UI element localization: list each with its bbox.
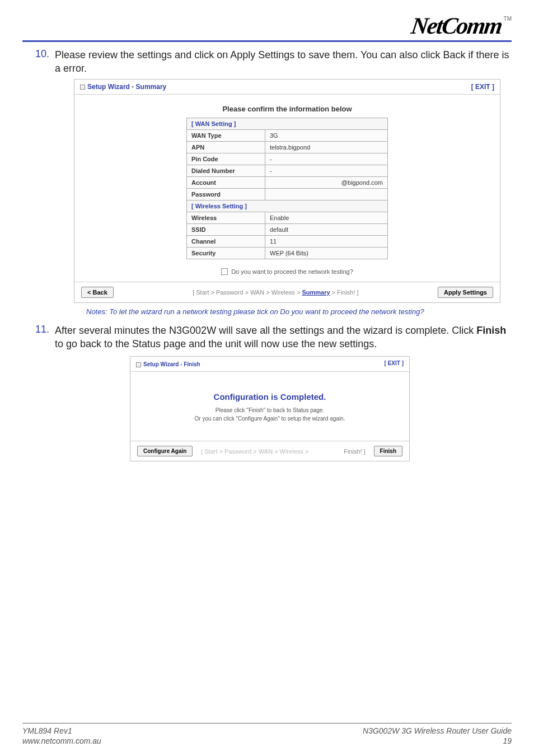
- page-number: 19: [363, 736, 512, 746]
- step-text: After several minutes the N3G002W will s…: [55, 324, 512, 351]
- apply-settings-button[interactable]: Apply Settings: [438, 287, 493, 298]
- website-url: www.netcomm.com.au: [22, 736, 101, 746]
- confirm-heading: Please confirm the information below: [74, 105, 500, 113]
- table-row: SSIDdefault: [187, 223, 388, 235]
- wireless-section-header: [ Wireless Setting ]: [187, 200, 388, 212]
- panel-title: Setup Wizard - Finish: [136, 360, 200, 368]
- table-row: Channel11: [187, 235, 388, 247]
- footer-right: N3G002W 3G Wireless Router User Guide 19: [363, 726, 512, 746]
- step-number: 10.: [35, 48, 49, 76]
- config-line2: Or you can click "Configure Again" to se…: [144, 416, 396, 422]
- table-row: Account@bigpond.com: [187, 176, 388, 188]
- window-icon: [80, 85, 85, 90]
- breadcrumb: [ Start > Password > WAN > Wireless > Fi…: [201, 448, 366, 455]
- step-10: 10. Please review the settings and click…: [35, 48, 512, 76]
- finish-panel: Setup Wizard - Finish [ EXIT ] Configura…: [130, 356, 410, 461]
- table-row: Pin Code-: [187, 153, 388, 165]
- exit-link[interactable]: [ EXIT ]: [471, 83, 494, 91]
- table-row: WAN Type3G: [187, 129, 388, 141]
- table-row: SecurityWEP (64 Bits): [187, 247, 388, 259]
- header-divider: [22, 40, 512, 42]
- note-text: Notes: To let the wizard run a network t…: [86, 307, 512, 316]
- panel-header: Setup Wizard - Summary [ EXIT ]: [74, 80, 500, 95]
- config-line1: Please click "Finish" to back to Status …: [144, 407, 396, 413]
- step-number: 11.: [35, 324, 49, 351]
- checkbox-label: Do you want to proceed the network testi…: [231, 268, 353, 275]
- footer-left: YML894 Rev1 www.netcomm.com.au: [22, 726, 101, 746]
- step-text: Please review the settings and click on …: [55, 48, 512, 76]
- wan-section-header: [ WAN Setting ]: [187, 118, 388, 129]
- config-complete-heading: Configuration is Completed.: [144, 392, 396, 402]
- panel-header: Setup Wizard - Finish [ EXIT ]: [130, 357, 409, 372]
- settings-table: [ WAN Setting ] WAN Type3G APNtelstra.bi…: [186, 118, 388, 259]
- brand-logo: NetComm TM: [411, 12, 512, 39]
- panel-footer: Configure Again [ Start > Password > WAN…: [130, 441, 409, 461]
- configure-again-button[interactable]: Configure Again: [137, 446, 193, 456]
- network-testing-checkbox-row: Do you want to proceed the network testi…: [74, 268, 500, 275]
- table-row: APNtelstra.bigpond: [187, 141, 388, 153]
- footer-divider: [22, 723, 512, 724]
- panel-title: Setup Wizard - Summary: [80, 83, 166, 91]
- guide-title: N3G002W 3G Wireless Router User Guide: [363, 726, 512, 736]
- back-button[interactable]: < Back: [81, 287, 114, 298]
- exit-link[interactable]: [ EXIT ]: [385, 360, 404, 368]
- breadcrumb: [ Start > Password > WAN > Wireless > Su…: [193, 289, 358, 296]
- brand-name: NetComm: [409, 12, 503, 39]
- panel-footer: < Back [ Start > Password > WAN > Wirele…: [74, 282, 500, 302]
- step-11: 11. After several minutes the N3G002W wi…: [35, 324, 512, 351]
- checkbox[interactable]: [221, 268, 228, 275]
- summary-panel: Setup Wizard - Summary [ EXIT ] Please c…: [74, 79, 500, 303]
- table-row: Dialed Number-: [187, 165, 388, 176]
- finish-button[interactable]: Finish: [374, 446, 402, 456]
- trademark: TM: [504, 16, 512, 22]
- revision: YML894 Rev1: [22, 726, 101, 736]
- window-icon: [136, 362, 141, 367]
- table-row: Password: [187, 188, 388, 200]
- table-row: WirelessEnable: [187, 212, 388, 223]
